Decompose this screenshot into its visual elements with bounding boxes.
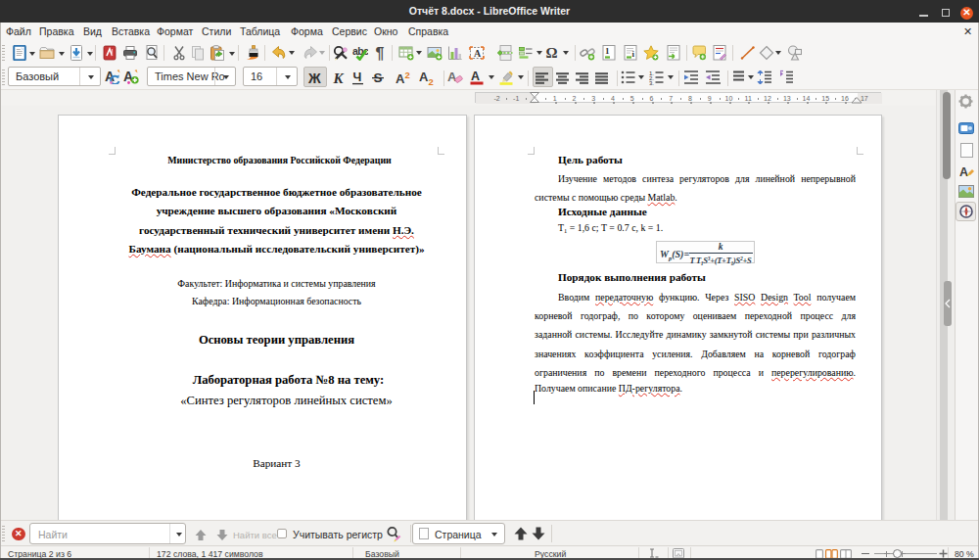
svg-text:Ч: Ч bbox=[353, 70, 362, 84]
svg-text:A: A bbox=[419, 70, 429, 84]
svg-text:A: A bbox=[471, 70, 480, 83]
svg-text:2: 2 bbox=[405, 70, 410, 80]
svg-text:A: A bbox=[959, 165, 968, 179]
svg-text:2: 2 bbox=[429, 76, 434, 86]
svg-text:3.: 3. bbox=[649, 80, 654, 85]
svg-text:Ж: Ж bbox=[307, 70, 321, 86]
svg-text:A: A bbox=[396, 71, 405, 85]
svg-text:A: A bbox=[447, 70, 457, 84]
svg-text:1: 1 bbox=[605, 46, 610, 56]
svg-text:A: A bbox=[474, 48, 482, 59]
svg-text:¶: ¶ bbox=[376, 45, 385, 61]
svg-text:Ω: Ω bbox=[546, 45, 558, 61]
svg-text:K: K bbox=[333, 70, 345, 86]
